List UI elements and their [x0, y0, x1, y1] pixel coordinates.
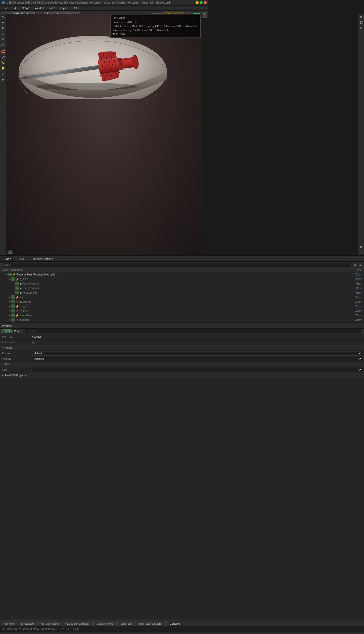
tree-arrow-teacup: ▶ — [8, 305, 11, 308]
simulation-tool[interactable]: ▶ — [1, 77, 6, 82]
tree-name-hammer: Hammer — [19, 319, 29, 321]
property-search-bar: + Add Render — [0, 329, 208, 334]
menu-edit[interactable]: Edit — [11, 6, 19, 10]
tab-console[interactable]: Console — [166, 621, 183, 626]
purpose-dropdown[interactable]: default render proxy guide — [32, 351, 208, 355]
visibility-icon-mechanism[interactable]: ● — [8, 273, 12, 276]
mesh-icon-rotation-pin: ◼ — [20, 291, 22, 294]
property-header-label: Property — [2, 324, 13, 327]
property-add-button[interactable]: + Add — [2, 329, 12, 333]
visual-section-header[interactable]: ▼ Visual — [0, 345, 208, 351]
tree-row-platform-mechanism[interactable]: ▼ ● ⚡ Platform_First_Rotation_Mechanism … — [0, 272, 208, 277]
tree-row-basketball[interactable]: ▶ ● ⚡ Basketball Xform — [0, 299, 208, 304]
instanceable-checkbox[interactable] — [32, 341, 35, 344]
visibility-dropdown[interactable]: inherited invisible — [32, 357, 208, 361]
title-bar: 🔷 USD Composer 2023.2.6 | file:/C:/Users… — [0, 0, 208, 6]
unit-badge: cm — [8, 250, 13, 254]
purpose-dropdown-wrapper: default render proxy guide — [32, 351, 208, 355]
tree-name-face-separator: Face_Separator — [22, 287, 40, 290]
close-button[interactable] — [204, 1, 207, 4]
tab-environments[interactable]: Environments — [93, 621, 117, 626]
menu-layout[interactable]: Layout — [58, 6, 70, 10]
universal-tool[interactable]: ⊕ — [1, 37, 6, 42]
tab-simready[interactable]: SimReady Explorer — [135, 621, 166, 626]
kind-section-header[interactable]: ▼ Kind — [0, 362, 208, 367]
tree-row-rotation-pin[interactable]: ▶ ● ◼ Rotation_Pin Mesh — [0, 290, 208, 295]
process-mem-text: Process Memory: 5.4 GiB used, 16.1 GiB a… — [113, 28, 198, 32]
visibility-icon-rotation-pin[interactable]: ● — [15, 291, 19, 294]
physics-tool[interactable]: ⚛ — [1, 71, 6, 76]
menu-window[interactable]: Window — [33, 6, 47, 10]
tab-render-settings[interactable]: Render Settings — [29, 256, 57, 261]
tree-row-face-separator[interactable]: ▶ ● ◼ Face_Separator Mesh — [0, 286, 208, 290]
visibility-icon-hammer[interactable]: ● — [11, 318, 15, 322]
camera-tool[interactable]: 🎥 — [1, 42, 6, 47]
tree-name-screwdriver: Screwdriver — [19, 314, 33, 317]
tree-row-screwdriver[interactable]: ▶ ● ⚡ Screwdriver Xform — [0, 313, 208, 318]
visibility-icon-yjoint[interactable]: ● — [11, 277, 15, 281]
purpose-label: Purpose — [2, 352, 32, 355]
visibility-icon-teacup[interactable]: ● — [11, 304, 15, 308]
stage-search-bar: ⚙ ≡ — [0, 262, 208, 268]
xform-icon-yjoint: ⚡ — [16, 278, 19, 281]
tree-name-mechanism: Platform_First_Rotation_Mechanism — [16, 273, 57, 276]
property-search-input[interactable] — [25, 329, 208, 333]
paint-tool[interactable]: 🖌 — [1, 55, 6, 60]
status-text: Capturing C:/Users/kutlu/New E/capture:2… — [6, 628, 79, 630]
status-bar: ⚠ Capturing C:/Users/kutlu/New E/capture… — [0, 626, 208, 632]
frame-time-text: Frame time: 20.83 ms — [113, 20, 198, 24]
move-tool[interactable]: ✥ — [1, 20, 6, 25]
menu-create[interactable]: Create — [20, 6, 32, 10]
tree-row-hammer[interactable]: ▶ ● ⚡ Hammer Xform — [0, 318, 208, 322]
bottom-tab-bar: Content Showcase NVIDIA Assets Asset Sto… — [0, 619, 208, 626]
visibility-row: Visibility inherited invisible — [0, 356, 208, 362]
light-tool[interactable]: 💡 — [1, 66, 6, 71]
visibility-icon-face-separator[interactable]: ● — [15, 286, 19, 290]
visibility-icon-face-platform[interactable]: ● — [15, 282, 19, 285]
tab-stage[interactable]: Stage — [0, 256, 15, 261]
visibility-icon-mouse[interactable]: ● — [11, 295, 15, 299]
tree-row-mouse[interactable]: ▶ ● ⚡ Mouse Xform — [0, 295, 208, 299]
menu-help[interactable]: Help — [71, 6, 81, 10]
window-controls[interactable] — [196, 1, 207, 4]
tab-materials[interactable]: Materials — [117, 621, 135, 626]
tree-row-teacup[interactable]: ▶ ● ⚡ Tea_Cup Xform — [0, 304, 208, 308]
app-icon: 🔷 — [2, 1, 5, 4]
visual-label: Visual — [5, 346, 12, 349]
select-tool[interactable]: ↖ — [1, 15, 6, 20]
xform-icon-basketball: ⚡ — [16, 300, 19, 303]
tab-content[interactable]: Content — [1, 621, 17, 626]
prim-path-label: Prim Path — [2, 335, 32, 338]
fps-text: FPS: 48.01 — [113, 16, 198, 20]
raw-usd-arrow: ▶ — [2, 374, 4, 377]
kind-dropdown[interactable]: model assembly component subcomponent — [32, 368, 208, 372]
snap-tool[interactable]: 🧲 — [1, 49, 6, 54]
stage-search-input[interactable] — [2, 263, 208, 267]
tree-row-yjoint[interactable]: ▼ ● ⚡ Y_Joint Xform — [0, 277, 208, 281]
tree-row-wrench[interactable]: ▶ ● ⚡ Wrench Xform — [0, 308, 208, 313]
measure-tool[interactable]: 📏 — [1, 60, 6, 65]
tree-row-face-platform[interactable]: ▶ ● ◼ Face_Platform Mesh — [0, 281, 208, 286]
maximize-button[interactable] — [200, 1, 203, 4]
tree-name-rotation-pin: Rotation_Pin — [22, 291, 37, 294]
raw-usd-section-header[interactable]: ▶ Raw USD Properties — [0, 373, 208, 378]
visibility-icon-basketball[interactable]: ● — [11, 300, 15, 303]
rotate-tool[interactable]: ↻ — [1, 26, 6, 31]
visibility-icon-screwdriver[interactable]: ● — [11, 313, 15, 317]
tree-arrow-basketball: ▶ — [8, 300, 11, 303]
stage-tree[interactable]: ▼ ● ⚡ Platform_First_Rotation_Mechanism … — [0, 272, 208, 323]
warning-icon: ⚠ — [2, 627, 5, 631]
mesh-icon-face-separator: ◼ — [20, 287, 22, 290]
minimize-button[interactable] — [196, 1, 199, 4]
scale-tool[interactable]: ⤢ — [1, 31, 6, 36]
menu-tools[interactable]: Tools — [47, 6, 58, 10]
viewport[interactable]: FPS: 48.01 Frame time: 20.83 ms NVIDIA G… — [6, 14, 202, 255]
tab-nvidia-assets[interactable]: NVIDIA Assets — [37, 621, 62, 626]
tab-layer[interactable]: Layer — [15, 256, 29, 261]
menu-file[interactable]: File — [2, 6, 10, 10]
tab-asset-stores[interactable]: Asset Stores (beta) — [63, 621, 93, 626]
tree-arrow-yjoint: ▼ — [8, 278, 11, 281]
xform-icon-teacup: ⚡ — [16, 305, 19, 308]
visibility-icon-wrench[interactable]: ● — [11, 309, 15, 312]
tab-showcase[interactable]: Showcase — [18, 621, 37, 626]
